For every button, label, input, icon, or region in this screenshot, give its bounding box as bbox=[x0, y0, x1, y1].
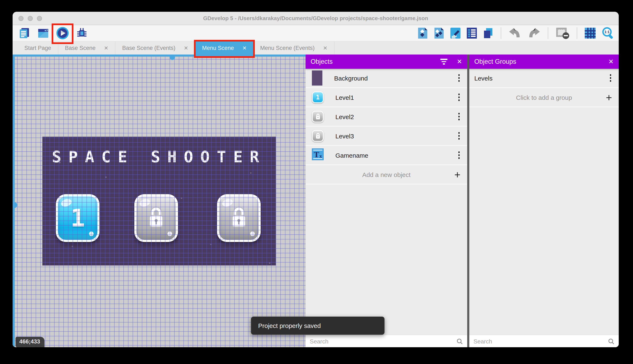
object-row-background[interactable]: Background bbox=[305, 69, 467, 88]
undo-icon bbox=[508, 28, 522, 38]
properties-button[interactable] bbox=[450, 27, 461, 40]
toast-message: Project properly saved bbox=[258, 322, 321, 329]
properties-icon bbox=[450, 27, 461, 39]
kebab-menu-icon[interactable] bbox=[456, 91, 462, 103]
svg-text:1:1: 1:1 bbox=[604, 30, 610, 34]
objects-search-input[interactable] bbox=[310, 338, 456, 344]
game-title-text-instance[interactable]: SPACE SHOOTER bbox=[42, 148, 276, 166]
minimize-window-button[interactable] bbox=[28, 16, 33, 21]
scene-window-icon bbox=[37, 27, 50, 40]
objects-panel-title: Objects bbox=[311, 58, 333, 66]
undo-button[interactable] bbox=[508, 27, 522, 39]
game-scene-preview[interactable]: SPACE SHOOTER 1 bbox=[42, 137, 276, 266]
tab-menu-scene[interactable]: Menu Scene ✕ bbox=[195, 42, 253, 54]
horizontal-scroll-thumb[interactable] bbox=[170, 54, 175, 60]
debug-icon bbox=[76, 27, 88, 40]
cursor-coordinates-badge: 466;433 bbox=[16, 337, 44, 347]
kebab-menu-icon[interactable] bbox=[456, 130, 462, 142]
group-row-levels[interactable]: Levels bbox=[469, 69, 619, 88]
object-name: Level2 bbox=[335, 113, 354, 120]
kebab-menu-icon[interactable] bbox=[456, 72, 462, 84]
play-icon bbox=[56, 26, 69, 40]
instances-list-button[interactable] bbox=[466, 27, 478, 40]
plus-icon[interactable]: + bbox=[606, 92, 612, 102]
kebab-menu-icon[interactable] bbox=[607, 72, 614, 84]
instances-list-icon bbox=[466, 27, 477, 39]
add-object-row[interactable]: Add a new object + bbox=[305, 165, 467, 184]
close-panel-icon[interactable]: ✕ bbox=[608, 58, 614, 66]
redo-button[interactable] bbox=[527, 27, 541, 39]
objects-search-bar bbox=[305, 335, 467, 347]
titlebar: GDevelop 5 - /Users/dkarakay/Documents/G… bbox=[13, 12, 619, 25]
object-row-level2[interactable]: Level2 bbox=[305, 107, 467, 127]
add-group-row[interactable]: Click to add a group + bbox=[469, 88, 619, 107]
horizontal-scrollbar[interactable] bbox=[13, 54, 305, 56]
grid-button[interactable] bbox=[584, 27, 596, 40]
vertical-scrollbar[interactable] bbox=[13, 54, 15, 347]
background-thumbnail bbox=[312, 70, 322, 86]
object-row-level1[interactable]: 1 Level1 bbox=[305, 88, 467, 107]
group-name: Levels bbox=[474, 74, 493, 82]
toolbar-left bbox=[18, 26, 89, 40]
lock-icon bbox=[145, 206, 167, 230]
close-tab-icon[interactable]: ✕ bbox=[323, 45, 328, 51]
panel-splitter[interactable] bbox=[467, 54, 469, 347]
object-groups-search-bar bbox=[469, 335, 619, 347]
objects-panel: Objects ✕ Background 1 Level1 bbox=[305, 54, 467, 347]
object-groups-editor-button[interactable] bbox=[433, 27, 445, 40]
save-toast: Project properly saved bbox=[251, 316, 385, 335]
toolbar-separator bbox=[548, 27, 548, 39]
maximize-window-button[interactable] bbox=[37, 16, 42, 21]
object-row-gamename[interactable]: T x Gamename bbox=[305, 146, 467, 165]
object-groups-search-input[interactable] bbox=[473, 338, 608, 344]
tab-base-scene-events[interactable]: Base Scene (Events) ✕ bbox=[115, 42, 195, 54]
add-object-label: Add a new object bbox=[362, 171, 411, 178]
debug-button[interactable] bbox=[75, 26, 89, 40]
level1-button-instance[interactable]: 1 bbox=[56, 194, 100, 242]
objects-panel-empty-space bbox=[305, 184, 467, 335]
window-mask-icon bbox=[555, 27, 570, 40]
toolbar-right: 1:1 bbox=[417, 26, 614, 40]
tab-menu-scene-events[interactable]: Menu Scene (Events) ✕ bbox=[253, 42, 335, 54]
toolbar-separator bbox=[501, 27, 501, 39]
object-name: Level1 bbox=[335, 94, 354, 101]
window-mask-button[interactable] bbox=[555, 26, 570, 40]
objects-editor-button[interactable] bbox=[417, 27, 429, 40]
main-content: SPACE SHOOTER 1 bbox=[13, 54, 619, 347]
kebab-menu-icon[interactable] bbox=[456, 110, 462, 122]
close-panel-icon[interactable]: ✕ bbox=[457, 58, 462, 66]
toolbar-separator bbox=[577, 27, 577, 39]
vertical-scroll-thumb[interactable] bbox=[13, 202, 17, 208]
tab-label: Menu Scene bbox=[202, 45, 234, 51]
level3-lock-thumbnail bbox=[312, 130, 324, 142]
object-name: Level3 bbox=[335, 132, 354, 140]
scene-editor-canvas[interactable]: SPACE SHOOTER 1 bbox=[13, 54, 305, 347]
layers-button[interactable] bbox=[482, 27, 494, 40]
scene-window-button[interactable] bbox=[37, 26, 50, 40]
search-icon bbox=[608, 338, 614, 344]
search-icon bbox=[456, 338, 463, 344]
grid-icon bbox=[584, 27, 596, 39]
close-tab-icon[interactable]: ✕ bbox=[242, 45, 247, 51]
zoom-original-button[interactable]: 1:1 bbox=[601, 26, 614, 40]
plus-icon[interactable]: + bbox=[454, 169, 460, 180]
object-groups-icon bbox=[434, 27, 445, 39]
layers-icon bbox=[483, 27, 494, 39]
tab-base-scene[interactable]: Base Scene ✕ bbox=[58, 42, 116, 54]
gdevelop-window: GDevelop 5 - /Users/dkarakay/Documents/G… bbox=[13, 12, 619, 347]
text-object-thumbnail: T x bbox=[312, 148, 324, 162]
close-tab-icon[interactable]: ✕ bbox=[184, 45, 188, 51]
kebab-menu-icon[interactable] bbox=[456, 149, 462, 161]
level2-locked-button-instance[interactable] bbox=[134, 194, 178, 242]
project-manager-button[interactable] bbox=[18, 26, 31, 40]
object-groups-panel-title: Object Groups bbox=[474, 58, 516, 66]
tab-start-page[interactable]: Start Page bbox=[18, 42, 58, 54]
object-row-level3[interactable]: Level3 bbox=[305, 127, 467, 146]
play-button[interactable] bbox=[55, 26, 70, 40]
filter-icon[interactable] bbox=[441, 59, 448, 64]
level3-locked-button-instance[interactable] bbox=[217, 194, 261, 242]
close-tab-icon[interactable]: ✕ bbox=[104, 45, 108, 51]
window-title: GDevelop 5 - /Users/dkarakay/Documents/G… bbox=[13, 12, 619, 25]
close-window-button[interactable] bbox=[19, 16, 24, 21]
tab-bar: Start Page Base Scene ✕ Base Scene (Even… bbox=[13, 42, 619, 54]
